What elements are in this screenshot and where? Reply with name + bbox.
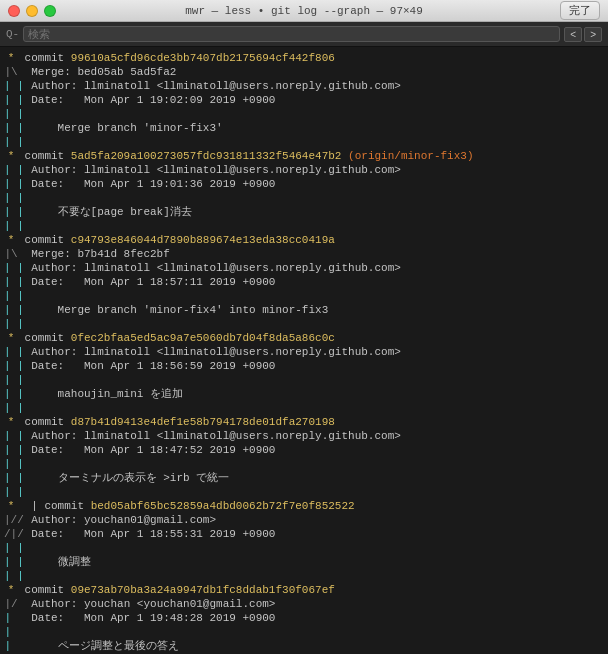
terminal-line: * | commit bed05abf65bc52859a4dbd0062b72… — [0, 499, 608, 513]
line-content: | commit bed05abf65bc52859a4dbd0062b72f7… — [18, 499, 604, 513]
gutter-symbol: | | — [4, 107, 18, 121]
searchbar: Q- < > — [0, 22, 608, 47]
gutter-symbol: |// — [4, 513, 18, 527]
terminal-line: * commit d87b41d9413e4def1e58b794178de01… — [0, 415, 608, 429]
gutter-symbol: * — [4, 415, 18, 429]
done-button[interactable]: 完了 — [560, 1, 600, 20]
gutter-symbol: * — [4, 499, 18, 513]
gutter-symbol: | | — [4, 121, 18, 135]
line-content — [18, 569, 604, 583]
terminal-line: | | Date: Mon Apr 1 19:02:09 2019 +0900 — [0, 93, 608, 107]
gutter-symbol: |\ — [4, 247, 18, 261]
terminal-line: | | Date: Mon Apr 1 18:47:52 2019 +0900 — [0, 443, 608, 457]
gutter-symbol: * — [4, 149, 18, 163]
gutter-symbol: |\ — [4, 65, 18, 79]
terminal-line: | | 微調整 — [0, 555, 608, 569]
gutter-symbol: | | — [4, 303, 18, 317]
terminal-line: | | — [0, 317, 608, 331]
minimize-button[interactable] — [26, 5, 38, 17]
gutter-symbol: | | — [4, 387, 18, 401]
line-content: 微調整 — [18, 555, 604, 569]
line-content: Author: llminatoll <llminatoll@users.nor… — [18, 163, 604, 177]
gutter-symbol: | | — [4, 317, 18, 331]
traffic-lights — [8, 5, 56, 17]
search-input[interactable] — [23, 26, 560, 42]
gutter-symbol: | | — [4, 345, 18, 359]
line-content: 不要な[page break]消去 — [18, 205, 604, 219]
gutter-symbol: | | — [4, 261, 18, 275]
gutter-symbol: * — [4, 233, 18, 247]
line-content: Author: llminatoll <llminatoll@users.nor… — [18, 261, 604, 275]
gutter-symbol: | — [4, 611, 18, 625]
line-content: Date: Mon Apr 1 18:56:59 2019 +0900 — [18, 359, 604, 373]
line-content: Date: Mon Apr 1 18:55:31 2019 +0900 — [18, 527, 604, 541]
gutter-symbol: | | — [4, 289, 18, 303]
line-content — [18, 541, 604, 555]
terminal-line: * commit 99610a5cfd96cde3bb7407db2175694… — [0, 51, 608, 65]
line-content: Merge: b7b41d 8fec2bf — [18, 247, 604, 261]
gutter-symbol: | | — [4, 191, 18, 205]
gutter-symbol: | | — [4, 471, 18, 485]
terminal-line: |// Author: youchan01@gmail.com> — [0, 513, 608, 527]
gutter-symbol: * — [4, 583, 18, 597]
terminal-line: | | mahoujin_mini を追加 — [0, 387, 608, 401]
search-icon: Q- — [6, 28, 19, 40]
line-content: Date: Mon Apr 1 18:57:11 2019 +0900 — [18, 275, 604, 289]
terminal-line: | | — [0, 457, 608, 471]
line-content: Author: youchan01@gmail.com> — [18, 513, 604, 527]
next-button[interactable]: > — [584, 27, 602, 42]
line-content — [18, 219, 604, 233]
line-content: ターミナルの表示を >irb で統一 — [18, 471, 604, 485]
gutter-symbol: | | — [4, 79, 18, 93]
line-content: Merge: bed05ab 5ad5fa2 — [18, 65, 604, 79]
terminal-line: | | Date: Mon Apr 1 19:01:36 2019 +0900 — [0, 177, 608, 191]
gutter-symbol: | — [4, 625, 18, 639]
line-content: commit 5ad5fa209a100273057fdc931811332f5… — [18, 149, 604, 163]
line-content: Date: Mon Apr 1 19:48:28 2019 +0900 — [18, 611, 604, 625]
terminal-line: | | Date: Mon Apr 1 18:56:59 2019 +0900 — [0, 359, 608, 373]
gutter-symbol: | | — [4, 429, 18, 443]
terminal-line: | | Date: Mon Apr 1 18:57:11 2019 +0900 — [0, 275, 608, 289]
line-content: commit 0fec2bfaa5ed5ac9a7e5060db7d04f8da… — [18, 331, 604, 345]
prev-button[interactable]: < — [564, 27, 582, 42]
line-content: Author: youchan <youchan01@gmail.com> — [18, 597, 604, 611]
window-title: mwr — less • git log --graph — 97×49 — [185, 5, 423, 17]
gutter-symbol: | | — [4, 205, 18, 219]
gutter-symbol: | | — [4, 541, 18, 555]
line-content: ページ調整と最後の答え — [18, 639, 604, 653]
line-content — [18, 457, 604, 471]
line-content: commit 99610a5cfd96cde3bb7407db2175694cf… — [18, 51, 604, 65]
line-content — [18, 191, 604, 205]
close-button[interactable] — [8, 5, 20, 17]
terminal-line: |/ Author: youchan <youchan01@gmail.com> — [0, 597, 608, 611]
gutter-symbol: | — [4, 639, 18, 653]
line-content — [18, 107, 604, 121]
terminal-line: | | — [0, 373, 608, 387]
terminal-line: | | — [0, 107, 608, 121]
line-content: commit 09e73ab70ba3a24a9947db1fc8ddab1f3… — [18, 583, 604, 597]
terminal-line: | | 不要な[page break]消去 — [0, 205, 608, 219]
line-content — [18, 625, 604, 639]
maximize-button[interactable] — [44, 5, 56, 17]
terminal-line: | | ターミナルの表示を >irb で統一 — [0, 471, 608, 485]
gutter-symbol: | | — [4, 443, 18, 457]
gutter-symbol: | | — [4, 401, 18, 415]
line-content — [18, 289, 604, 303]
gutter-symbol: | | — [4, 135, 18, 149]
line-content: Date: Mon Apr 1 18:47:52 2019 +0900 — [18, 443, 604, 457]
gutter-symbol: | | — [4, 485, 18, 499]
line-content: commit d87b41d9413e4def1e58b794178de01df… — [18, 415, 604, 429]
terminal-line: * commit c94793e846044d7890b889674e13eda… — [0, 233, 608, 247]
terminal-line: | | Author: llminatoll <llminatoll@users… — [0, 79, 608, 93]
gutter-symbol: | | — [4, 569, 18, 583]
terminal-line: | | Merge branch 'minor-fix4' into minor… — [0, 303, 608, 317]
line-content: Date: Mon Apr 1 19:01:36 2019 +0900 — [18, 177, 604, 191]
terminal-output: * commit 99610a5cfd96cde3bb7407db2175694… — [0, 47, 608, 653]
terminal-line: | | Author: llminatoll <llminatoll@users… — [0, 345, 608, 359]
line-content — [18, 401, 604, 415]
titlebar: mwr — less • git log --graph — 97×49 完了 — [0, 0, 608, 22]
terminal-line: | | Merge branch 'minor-fix3' — [0, 121, 608, 135]
terminal-line: | | — [0, 191, 608, 205]
gutter-symbol: | | — [4, 177, 18, 191]
terminal-line: * commit 0fec2bfaa5ed5ac9a7e5060db7d04f8… — [0, 331, 608, 345]
